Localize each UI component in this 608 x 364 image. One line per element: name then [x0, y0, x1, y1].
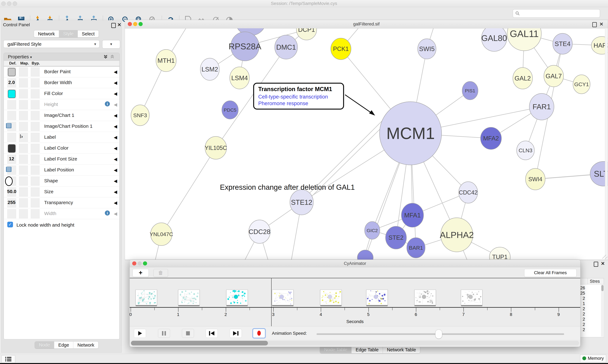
expand-all-icon[interactable] [103, 54, 108, 60]
node-CDC42[interactable]: CDC42 [459, 182, 478, 203]
go-to-end-button[interactable] [230, 329, 242, 338]
cyanimator-hscrollbar[interactable] [131, 341, 579, 346]
value-cell[interactable] [7, 100, 16, 109]
node-GCY1[interactable]: GCY1 [573, 75, 590, 94]
mapping-icon[interactable]: ⁞› [20, 134, 23, 139]
value-cell[interactable] [19, 89, 28, 98]
value-cell[interactable] [7, 209, 16, 218]
value-cell[interactable] [31, 176, 40, 186]
expand-arrow-icon[interactable]: ◀ [114, 124, 117, 129]
expand-arrow-icon[interactable]: ◀ [114, 189, 117, 195]
node-STE2[interactable]: STE2 [386, 226, 406, 249]
record-button[interactable] [253, 329, 265, 338]
tab-style[interactable]: Style [59, 30, 78, 37]
node-GAL2[interactable]: GAL2 [513, 67, 532, 89]
expand-arrow-icon[interactable]: ◀ [114, 178, 117, 183]
property-row-border-width[interactable]: 2.0Border Width◀ [4, 77, 119, 88]
value-cell[interactable] [31, 187, 40, 196]
node-CLN3[interactable]: CLN3 [517, 141, 534, 160]
column-header[interactable]: Stres [590, 279, 600, 284]
node-SNF3[interactable]: SNF3 [131, 105, 149, 126]
value-cell[interactable] [19, 111, 28, 120]
task-history-button[interactable] [1, 355, 15, 363]
cyanimator-hscrollbar-thumb[interactable] [131, 341, 268, 346]
frame-thumbnail-5[interactable] [320, 290, 342, 305]
float-panel-icon[interactable] [594, 262, 598, 267]
node-PIS1[interactable]: PIS1 [462, 81, 478, 100]
node-MTH1[interactable]: MTH1 [156, 50, 176, 72]
frame-thumbnail-6[interactable] [366, 290, 388, 305]
value-cell[interactable] [19, 176, 28, 186]
node-CDC28[interactable]: CDC28 [249, 220, 270, 243]
expand-arrow-icon[interactable]: ◀ [114, 91, 117, 96]
node-STE4[interactable]: STE4 [553, 33, 572, 54]
node-PCK1[interactable]: PCK1 [331, 38, 351, 60]
close-panel-icon[interactable]: ✕ [601, 261, 605, 266]
value-cell[interactable] [19, 166, 28, 175]
node-DMC1[interactable]: DMC1 [275, 35, 298, 59]
speed-slider-thumb[interactable] [435, 329, 442, 339]
property-row-shape[interactable]: Shape◀ [4, 176, 119, 186]
node-DCP1[interactable]: DCP1 [296, 28, 317, 40]
style-selector[interactable]: galFiltered Style▾ [3, 40, 100, 48]
mcm1-annotation[interactable]: Transcription factor MCM1 Cell-type-spec… [253, 83, 344, 110]
tab-node-table[interactable]: Node Table [320, 346, 351, 353]
node-FAR1[interactable]: FAR1 [529, 93, 554, 120]
network-vertical-scrollbar[interactable] [605, 28, 608, 260]
value-cell[interactable] [31, 78, 40, 87]
value-cell[interactable] [19, 155, 28, 164]
expand-arrow-icon[interactable]: ◀ [114, 102, 117, 107]
expand-arrow-icon[interactable]: ◀ [114, 69, 117, 75]
node-LSM2[interactable]: LSM2 [200, 58, 219, 80]
node-SWI5[interactable]: SWI5 [418, 39, 436, 59]
node-SWI4[interactable]: SWI4 [525, 169, 545, 190]
close-traffic-light[interactable] [1, 1, 6, 6]
value-cell[interactable] [19, 122, 28, 131]
float-window-icon[interactable] [592, 22, 597, 27]
value-cell[interactable] [31, 209, 40, 218]
expand-arrow-icon[interactable]: ◀ [114, 135, 117, 140]
node-GIC2[interactable]: GIC2 [365, 221, 380, 239]
expand-arrow-icon[interactable]: ◀ [114, 80, 117, 85]
value-cell[interactable] [19, 209, 28, 218]
property-row-label-font-size[interactable]: 12Label Font Size◀ [4, 154, 119, 165]
expand-arrow-icon[interactable]: ◀ [114, 113, 117, 118]
value-cell[interactable] [19, 198, 28, 208]
node-MFA1[interactable]: MFA1 [401, 203, 424, 227]
annotation-link[interactable]: Cell-type-specific transcription [258, 94, 339, 100]
property-row-label[interactable]: ⁞›Label◀ [4, 132, 119, 143]
clear-all-frames-button[interactable]: Clear All Frames [524, 269, 577, 277]
node-LSM4[interactable]: LSM4 [230, 67, 249, 89]
tab-select[interactable]: Select [78, 30, 99, 37]
zoom-traffic-light[interactable] [13, 1, 17, 6]
value-cell[interactable] [19, 187, 28, 196]
node-GAL11[interactable]: GAL11 [507, 28, 541, 51]
frame-thumbnail-8[interactable] [461, 290, 483, 305]
expand-arrow-icon[interactable]: ◀ [114, 211, 117, 216]
value-cell[interactable] [31, 67, 40, 77]
close-traffic-light[interactable] [132, 261, 136, 265]
tab-edge-table[interactable]: Edge Table [351, 346, 383, 353]
close-panel-icon[interactable]: ✕ [117, 22, 121, 27]
memory-button[interactable]: Memory [580, 355, 606, 362]
value-cell[interactable] [31, 144, 40, 153]
node-ALPHA2[interactable]: ALPHA2 [440, 218, 474, 252]
frame-thumbnail-3[interactable] [226, 290, 248, 305]
expand-arrow-icon[interactable]: ◀ [114, 146, 117, 151]
info-icon[interactable]: i [105, 101, 110, 106]
annotation-link[interactable]: Pheromone response [258, 100, 339, 106]
style-options-button[interactable]: ▾ [102, 40, 120, 49]
property-row-width[interactable]: Widthi◀ [4, 208, 119, 219]
property-row-label-color[interactable]: Label Color◀ [4, 143, 119, 154]
property-row-height[interactable]: Heighti◀ [4, 99, 119, 110]
color-swatch[interactable] [8, 144, 15, 153]
node-TUP1[interactable]: TUP1 [489, 247, 510, 260]
add-frame-button[interactable]: + [133, 269, 149, 277]
value-cell[interactable] [19, 100, 28, 109]
float-panel-icon[interactable] [111, 23, 116, 28]
tab-network[interactable]: Network [73, 341, 98, 349]
node-YNL047C[interactable]: YNL047C [150, 223, 173, 246]
value-cell[interactable] [31, 166, 40, 175]
frame-thumbnail-7[interactable] [414, 290, 436, 305]
node-RPS28A[interactable]: RPS28A [228, 32, 261, 61]
